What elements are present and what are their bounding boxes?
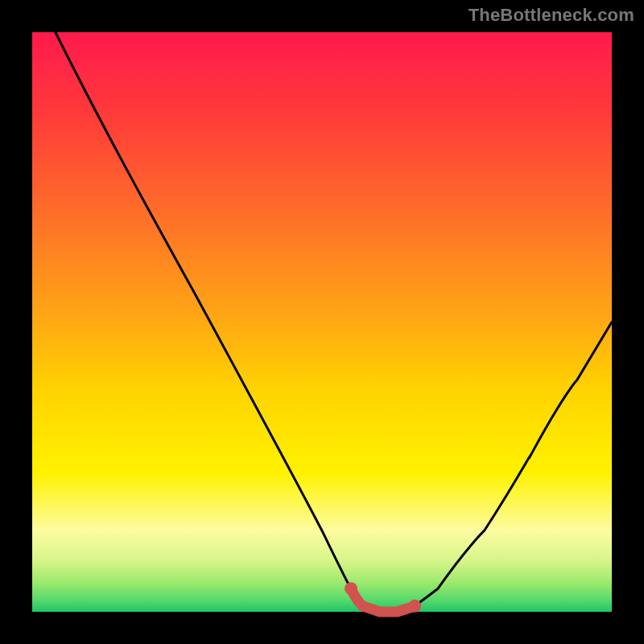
- chart-frame: TheBottleneck.com: [0, 0, 644, 644]
- highlight-segment: [345, 582, 421, 613]
- watermark-text: TheBottleneck.com: [469, 5, 634, 26]
- bottleneck-curve: [56, 32, 612, 612]
- highlight-path: [351, 588, 415, 612]
- curve-svg: [32, 32, 612, 612]
- highlight-dot-start: [345, 582, 357, 595]
- highlight-dot-end: [408, 600, 421, 613]
- plot-area: [32, 32, 612, 612]
